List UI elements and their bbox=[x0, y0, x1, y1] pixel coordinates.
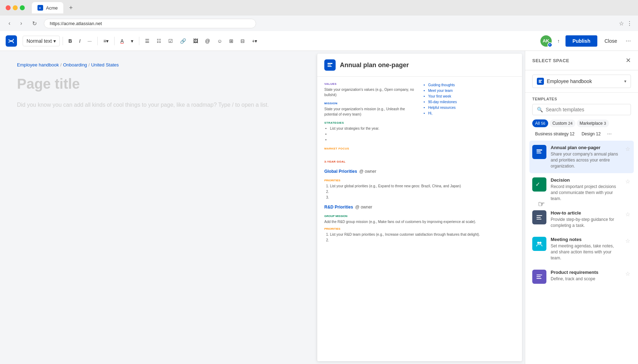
publish-button[interactable]: Publish bbox=[566, 35, 598, 47]
template-item-meeting-notes[interactable]: Meeting notes Set meeting agendas, take … bbox=[529, 233, 634, 265]
template-item-annual-plan[interactable]: Annual plan one-pager Share your company… bbox=[529, 141, 634, 173]
search-box[interactable]: 🔍 bbox=[532, 104, 631, 115]
template-name-meeting-notes: Meeting notes bbox=[551, 237, 620, 242]
template-list: Annual plan one-pager Share your company… bbox=[525, 141, 638, 364]
template-desc-product-req: Define, track and scope bbox=[551, 276, 620, 282]
forward-button[interactable]: › bbox=[17, 19, 25, 28]
template-info-meeting-notes: Meeting notes Set meeting agendas, take … bbox=[551, 237, 620, 261]
refresh-button[interactable]: ↻ bbox=[29, 19, 40, 28]
space-selector[interactable]: Employee handbook ▾ bbox=[532, 75, 631, 88]
sub-tab-design[interactable]: Design 12 bbox=[579, 130, 603, 138]
layout-button[interactable]: ⊟ bbox=[238, 36, 248, 46]
template-star-meeting-notes[interactable]: ☆ bbox=[625, 237, 631, 245]
global-priorities-section: Global Priorities @ owner PRIORITIES Lis… bbox=[324, 169, 515, 200]
italic-button[interactable]: I bbox=[76, 36, 83, 46]
back-button[interactable]: ‹ bbox=[6, 19, 13, 28]
browser-urlbar: ‹ › ↻ https://acme.atlassian.net ☆ ⋮ bbox=[0, 16, 638, 31]
preview-content: VALUES State your organization's values … bbox=[317, 77, 522, 361]
template-info-product-req: Product requirements Define, track and s… bbox=[551, 270, 620, 282]
template-info-howto: How-to article Provide step-by-step guid… bbox=[551, 210, 620, 229]
bold-button[interactable]: B bbox=[66, 36, 75, 46]
url-icons: ☆ ⋮ bbox=[619, 20, 632, 27]
select-space-section: Employee handbook ▾ bbox=[525, 70, 638, 93]
template-item-decision[interactable]: ✓ Decision Record important project deci… bbox=[529, 173, 634, 206]
svg-rect-16 bbox=[536, 275, 542, 275]
avatar[interactable]: AK + bbox=[540, 35, 552, 47]
more-button[interactable]: ⋮ bbox=[627, 20, 632, 27]
avatar-badge: + bbox=[547, 42, 552, 47]
toolbar-divider-1 bbox=[63, 37, 63, 45]
more-tabs-button[interactable]: ··· bbox=[605, 130, 614, 138]
templates-close-button[interactable]: ✕ bbox=[626, 57, 631, 64]
template-info-decision: Decision Record important project decisi… bbox=[551, 177, 620, 201]
breadcrumb-part3[interactable]: United States bbox=[91, 62, 119, 67]
goal-label: 3-YEAR GOAL bbox=[324, 160, 417, 163]
template-star-product-req[interactable]: ☆ bbox=[625, 270, 631, 278]
breadcrumb-part1[interactable]: Employee handbook bbox=[17, 62, 59, 67]
template-item-howto[interactable]: How-to article Provide step-by-step guid… bbox=[529, 206, 634, 233]
filter-tab-custom[interactable]: Custom 24 bbox=[550, 119, 575, 127]
main-area: Employee handbook / Onboarding / United … bbox=[0, 51, 638, 364]
template-preview-panel: Annual plan one-pager VALUES State your … bbox=[317, 54, 522, 361]
template-desc-annual-plan: Share your company's annual plans and pr… bbox=[551, 151, 620, 169]
market-label: MARKET FOCUS bbox=[324, 147, 417, 150]
svg-rect-3 bbox=[327, 66, 332, 67]
svg-rect-7 bbox=[536, 149, 542, 151]
page-title[interactable]: Page title bbox=[17, 76, 297, 92]
values-label: VALUES bbox=[324, 82, 417, 86]
bookmark-button[interactable]: ☆ bbox=[619, 20, 624, 27]
confluence-logo[interactable] bbox=[6, 35, 17, 47]
breadcrumb-part2[interactable]: Onboarding bbox=[63, 62, 87, 67]
more-actions-button[interactable]: ··· bbox=[624, 36, 632, 46]
svg-rect-5 bbox=[539, 81, 541, 82]
dot-yellow[interactable] bbox=[13, 5, 18, 10]
emoji-button[interactable]: ☺ bbox=[214, 36, 225, 46]
svg-rect-4 bbox=[539, 80, 542, 81]
search-input[interactable] bbox=[546, 107, 626, 112]
template-star-decision[interactable]: ☆ bbox=[625, 177, 631, 186]
dot-green[interactable] bbox=[20, 5, 25, 10]
url-bar[interactable]: https://acme.atlassian.net bbox=[44, 19, 256, 28]
editor-area[interactable]: Employee handbook / Onboarding / United … bbox=[0, 51, 314, 364]
image-button[interactable]: 🖼 bbox=[190, 36, 201, 46]
template-star-howto[interactable]: ☆ bbox=[625, 210, 631, 218]
text-color-button[interactable]: A bbox=[117, 36, 126, 46]
preview-title: Annual plan one-pager bbox=[340, 61, 409, 69]
sub-tab-business-strategy[interactable]: Business strategy 12 bbox=[532, 130, 577, 138]
link-button[interactable]: 🔗 bbox=[177, 36, 189, 46]
svg-text:✕: ✕ bbox=[39, 6, 41, 10]
template-desc-decision: Record important project decisions and c… bbox=[551, 184, 620, 201]
new-tab-button[interactable]: + bbox=[66, 3, 76, 13]
mention-button[interactable]: @ bbox=[202, 36, 213, 46]
page-hint: Did you know you can add all kinds of co… bbox=[17, 100, 297, 110]
text-style-selector[interactable]: Normal text ▾ bbox=[23, 36, 60, 46]
toolbar-divider-3 bbox=[114, 37, 115, 45]
bullet-list-button[interactable]: ☰ bbox=[142, 36, 152, 46]
dot-red[interactable] bbox=[6, 5, 11, 10]
template-desc-howto: Provide step-by-step guidance for comple… bbox=[551, 217, 620, 229]
browser-tab[interactable]: ✕ Acme bbox=[32, 2, 63, 13]
svg-rect-17 bbox=[536, 276, 541, 277]
table-button[interactable]: ⊞ bbox=[226, 36, 236, 46]
tab-title: Acme bbox=[46, 5, 58, 11]
align-button[interactable]: ≡▾ bbox=[100, 36, 111, 46]
mission-label: MISSION bbox=[324, 102, 417, 105]
confluence-toolbar: Normal text ▾ B I ··· ≡▾ A ▾ ☰ ☷ ☑ 🔗 🖼 @… bbox=[0, 31, 638, 51]
template-star-annual-plan[interactable]: ☆ bbox=[625, 145, 631, 153]
insert-button[interactable]: +▾ bbox=[249, 36, 260, 46]
strategies-list: List your strategies for the year. bbox=[324, 126, 417, 143]
svg-rect-11 bbox=[536, 215, 542, 216]
filter-tab-all[interactable]: All 56 bbox=[532, 119, 548, 127]
more-format-button[interactable]: ··· bbox=[85, 36, 95, 46]
share-button[interactable]: ↑ bbox=[555, 36, 563, 46]
text-color-arrow[interactable]: ▾ bbox=[128, 36, 136, 46]
close-button[interactable]: Close bbox=[600, 36, 621, 46]
toolbar-divider-2 bbox=[97, 37, 98, 45]
task-button[interactable]: ☑ bbox=[166, 36, 176, 46]
template-item-product-req[interactable]: Product requirements Define, track and s… bbox=[529, 265, 634, 288]
numbered-list-button[interactable]: ☷ bbox=[154, 36, 164, 46]
svg-point-15 bbox=[539, 242, 541, 244]
priorities-label-1: PRIORITIES bbox=[324, 179, 515, 182]
filter-tab-marketplace[interactable]: Marketplace 3 bbox=[577, 119, 609, 127]
template-name-product-req: Product requirements bbox=[551, 270, 620, 275]
